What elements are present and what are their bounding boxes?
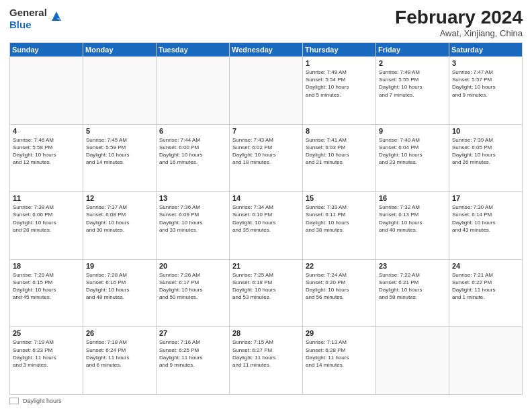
day-info: Sunrise: 7:24 AM Sunset: 6:20 PM Dayligh… <box>306 271 373 302</box>
day-info: Sunrise: 7:34 AM Sunset: 6:10 PM Dayligh… <box>232 203 300 234</box>
day-number: 3 <box>452 59 519 67</box>
day-number: 1 <box>306 59 373 67</box>
day-number: 28 <box>232 329 300 337</box>
calendar-cell-4-2: 27Sunrise: 7:16 AM Sunset: 6:25 PM Dayli… <box>157 327 230 395</box>
logo: General Blue <box>9 7 64 31</box>
day-number: 17 <box>452 194 519 202</box>
calendar-cell-1-3: 7Sunrise: 7:43 AM Sunset: 6:02 PM Daylig… <box>230 124 303 192</box>
day-number: 4 <box>13 127 80 135</box>
day-number: 25 <box>13 329 80 337</box>
location: Awat, Xinjiang, China <box>395 28 523 38</box>
day-info: Sunrise: 7:38 AM Sunset: 6:06 PM Dayligh… <box>13 203 80 234</box>
day-number: 14 <box>232 194 300 202</box>
calendar-cell-3-1: 19Sunrise: 7:28 AM Sunset: 6:16 PM Dayli… <box>83 259 157 327</box>
calendar-cell-3-0: 18Sunrise: 7:29 AM Sunset: 6:15 PM Dayli… <box>10 259 83 327</box>
day-info: Sunrise: 7:15 AM Sunset: 6:27 PM Dayligh… <box>232 338 300 369</box>
week-row-1: 4Sunrise: 7:46 AM Sunset: 5:58 PM Daylig… <box>10 124 523 192</box>
day-number: 7 <box>232 127 300 135</box>
calendar-cell-4-3: 28Sunrise: 7:15 AM Sunset: 6:27 PM Dayli… <box>230 327 303 395</box>
week-row-2: 11Sunrise: 7:38 AM Sunset: 6:06 PM Dayli… <box>10 192 523 260</box>
day-info: Sunrise: 7:41 AM Sunset: 6:03 PM Dayligh… <box>306 136 373 167</box>
header-friday: Friday <box>376 43 449 57</box>
day-number: 19 <box>86 262 153 270</box>
calendar-cell-1-5: 9Sunrise: 7:40 AM Sunset: 6:04 PM Daylig… <box>376 124 449 192</box>
calendar-cell-0-2 <box>157 57 230 125</box>
header-tuesday: Tuesday <box>157 43 230 57</box>
day-info: Sunrise: 7:19 AM Sunset: 6:23 PM Dayligh… <box>13 338 80 369</box>
calendar-cell-1-4: 8Sunrise: 7:41 AM Sunset: 6:03 PM Daylig… <box>303 124 376 192</box>
day-info: Sunrise: 7:26 AM Sunset: 6:17 PM Dayligh… <box>159 271 226 302</box>
day-number: 9 <box>379 127 446 135</box>
day-info: Sunrise: 7:46 AM Sunset: 5:58 PM Dayligh… <box>13 136 80 167</box>
calendar-cell-3-5: 23Sunrise: 7:22 AM Sunset: 6:21 PM Dayli… <box>376 259 449 327</box>
day-number: 12 <box>86 194 153 202</box>
header-saturday: Saturday <box>449 43 523 57</box>
day-number: 18 <box>13 262 80 270</box>
calendar-cell-2-5: 16Sunrise: 7:32 AM Sunset: 6:13 PM Dayli… <box>376 192 449 260</box>
calendar-cell-2-1: 12Sunrise: 7:37 AM Sunset: 6:08 PM Dayli… <box>83 192 157 260</box>
page: General Blue February 2024 Awat, Xinjian… <box>0 0 532 411</box>
day-info: Sunrise: 7:18 AM Sunset: 6:24 PM Dayligh… <box>86 338 153 369</box>
logo-icon <box>49 9 64 24</box>
legend-box <box>9 398 19 404</box>
calendar-cell-1-2: 6Sunrise: 7:44 AM Sunset: 6:00 PM Daylig… <box>157 124 230 192</box>
day-number: 16 <box>379 194 446 202</box>
day-info: Sunrise: 7:39 AM Sunset: 6:05 PM Dayligh… <box>452 136 519 167</box>
day-number: 27 <box>159 329 226 337</box>
day-info: Sunrise: 7:25 AM Sunset: 6:18 PM Dayligh… <box>232 271 300 302</box>
calendar-cell-2-3: 14Sunrise: 7:34 AM Sunset: 6:10 PM Dayli… <box>230 192 303 260</box>
calendar-cell-4-6 <box>449 327 523 395</box>
calendar-cell-3-2: 20Sunrise: 7:26 AM Sunset: 6:17 PM Dayli… <box>157 259 230 327</box>
day-number: 24 <box>452 262 519 270</box>
calendar-cell-0-4: 1Sunrise: 7:49 AM Sunset: 5:54 PM Daylig… <box>303 57 376 125</box>
day-number: 8 <box>306 127 373 135</box>
day-info: Sunrise: 7:40 AM Sunset: 6:04 PM Dayligh… <box>379 136 446 167</box>
day-number: 23 <box>379 262 446 270</box>
calendar-cell-2-2: 13Sunrise: 7:36 AM Sunset: 6:09 PM Dayli… <box>157 192 230 260</box>
day-info: Sunrise: 7:45 AM Sunset: 5:59 PM Dayligh… <box>86 136 153 167</box>
calendar-cell-2-4: 15Sunrise: 7:33 AM Sunset: 6:11 PM Dayli… <box>303 192 376 260</box>
day-info: Sunrise: 7:33 AM Sunset: 6:11 PM Dayligh… <box>306 203 373 234</box>
logo-text: General Blue <box>9 7 47 31</box>
calendar-cell-3-4: 22Sunrise: 7:24 AM Sunset: 6:20 PM Dayli… <box>303 259 376 327</box>
header-thursday: Thursday <box>303 43 376 57</box>
calendar-table: Sunday Monday Tuesday Wednesday Thursday… <box>9 42 523 395</box>
footer: Daylight hours <box>9 398 523 404</box>
header-sunday: Sunday <box>10 43 83 57</box>
day-info: Sunrise: 7:44 AM Sunset: 6:00 PM Dayligh… <box>159 136 226 167</box>
day-info: Sunrise: 7:21 AM Sunset: 6:22 PM Dayligh… <box>452 271 519 302</box>
day-number: 13 <box>159 194 226 202</box>
day-info: Sunrise: 7:36 AM Sunset: 6:09 PM Dayligh… <box>159 203 226 234</box>
calendar-cell-2-6: 17Sunrise: 7:30 AM Sunset: 6:14 PM Dayli… <box>449 192 523 260</box>
header-monday: Monday <box>83 43 157 57</box>
calendar-cell-4-4: 29Sunrise: 7:13 AM Sunset: 6:28 PM Dayli… <box>303 327 376 395</box>
day-number: 11 <box>13 194 80 202</box>
week-row-3: 18Sunrise: 7:29 AM Sunset: 6:15 PM Dayli… <box>10 259 523 327</box>
day-number: 21 <box>232 262 300 270</box>
day-info: Sunrise: 7:30 AM Sunset: 6:14 PM Dayligh… <box>452 203 519 234</box>
day-number: 15 <box>306 194 373 202</box>
day-info: Sunrise: 7:22 AM Sunset: 6:21 PM Dayligh… <box>379 271 446 302</box>
calendar-cell-0-0 <box>10 57 83 125</box>
day-info: Sunrise: 7:16 AM Sunset: 6:25 PM Dayligh… <box>159 338 226 369</box>
calendar-cell-0-6: 3Sunrise: 7:47 AM Sunset: 5:57 PM Daylig… <box>449 57 523 125</box>
week-row-4: 25Sunrise: 7:19 AM Sunset: 6:23 PM Dayli… <box>10 327 523 395</box>
day-info: Sunrise: 7:13 AM Sunset: 6:28 PM Dayligh… <box>306 338 373 369</box>
day-number: 2 <box>379 59 446 67</box>
weekday-header-row: Sunday Monday Tuesday Wednesday Thursday… <box>10 43 523 57</box>
day-number: 26 <box>86 329 153 337</box>
day-number: 20 <box>159 262 226 270</box>
calendar-cell-0-5: 2Sunrise: 7:48 AM Sunset: 5:55 PM Daylig… <box>376 57 449 125</box>
day-number: 5 <box>86 127 153 135</box>
day-info: Sunrise: 7:48 AM Sunset: 5:55 PM Dayligh… <box>379 68 446 99</box>
day-info: Sunrise: 7:37 AM Sunset: 6:08 PM Dayligh… <box>86 203 153 234</box>
calendar-cell-2-0: 11Sunrise: 7:38 AM Sunset: 6:06 PM Dayli… <box>10 192 83 260</box>
header-wednesday: Wednesday <box>230 43 303 57</box>
calendar-cell-4-0: 25Sunrise: 7:19 AM Sunset: 6:23 PM Dayli… <box>10 327 83 395</box>
calendar-cell-3-6: 24Sunrise: 7:21 AM Sunset: 6:22 PM Dayli… <box>449 259 523 327</box>
calendar-cell-0-1 <box>83 57 157 125</box>
day-number: 22 <box>306 262 373 270</box>
day-number: 29 <box>306 329 373 337</box>
day-info: Sunrise: 7:28 AM Sunset: 6:16 PM Dayligh… <box>86 271 153 302</box>
calendar-cell-3-3: 21Sunrise: 7:25 AM Sunset: 6:18 PM Dayli… <box>230 259 303 327</box>
